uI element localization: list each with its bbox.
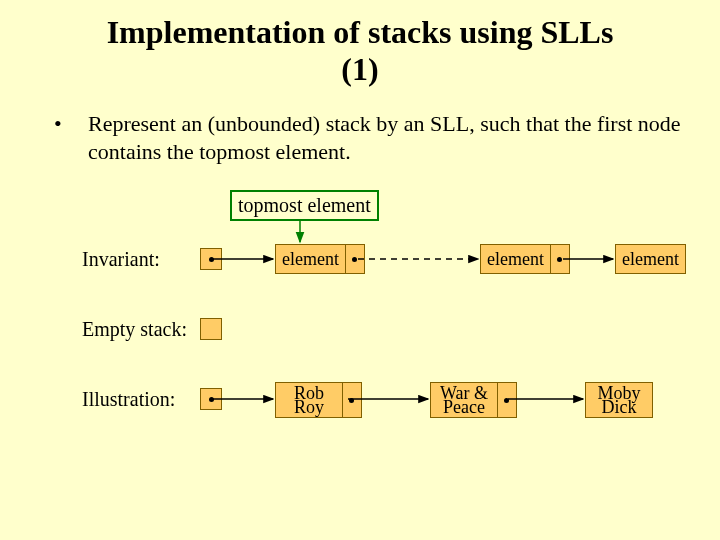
label-invariant: Invariant: [82, 248, 160, 271]
node-illustration-3: Moby Dick [585, 382, 653, 418]
dot-icon [504, 398, 509, 403]
head-box-invariant [200, 248, 222, 270]
node-value: element [276, 245, 346, 273]
node-pointer [346, 245, 364, 273]
label-empty: Empty stack: [82, 318, 187, 341]
label-illustration: Illustration: [82, 388, 175, 411]
slide: Implementation of stacks using SLLs (1) … [0, 0, 720, 540]
dot-icon [352, 257, 357, 262]
arrows-overlay [50, 190, 690, 510]
node-invariant-1: element [275, 244, 365, 274]
node-value: element [481, 245, 551, 273]
dot-icon [349, 398, 354, 403]
head-box-empty [200, 318, 222, 340]
diagram-area: topmost element Invariant: element eleme… [50, 190, 690, 510]
bullet-text: Represent an (unbounded) stack by an SLL… [88, 110, 690, 165]
node-value: Moby Dick [586, 383, 652, 417]
dot-icon [209, 257, 214, 262]
slide-title: Implementation of stacks using SLLs (1) [0, 14, 720, 88]
node-value: element [616, 245, 685, 273]
node-pointer [343, 383, 361, 417]
slide-body: • Represent an (unbounded) stack by an S… [50, 110, 690, 165]
bullet-item: • Represent an (unbounded) stack by an S… [50, 110, 690, 165]
node-value-line2: Dick [592, 400, 646, 414]
head-box-illustration [200, 388, 222, 410]
dot-icon [209, 397, 214, 402]
node-illustration-1: Rob Roy [275, 382, 362, 418]
bullet-dot: • [50, 110, 88, 165]
title-line-1: Implementation of stacks using SLLs [107, 14, 614, 50]
node-value-line2: Roy [282, 400, 336, 414]
node-value: War & Peace [431, 383, 498, 417]
dot-icon [557, 257, 562, 262]
node-pointer [498, 383, 516, 417]
node-illustration-2: War & Peace [430, 382, 517, 418]
title-line-2: (1) [341, 51, 378, 87]
node-value: Rob Roy [276, 383, 343, 417]
node-value-line2: Peace [437, 400, 491, 414]
node-invariant-2: element [480, 244, 570, 274]
callout-text: topmost element [238, 194, 371, 216]
node-pointer [551, 245, 569, 273]
callout-topmost: topmost element [230, 190, 379, 221]
node-invariant-3: element [615, 244, 686, 274]
